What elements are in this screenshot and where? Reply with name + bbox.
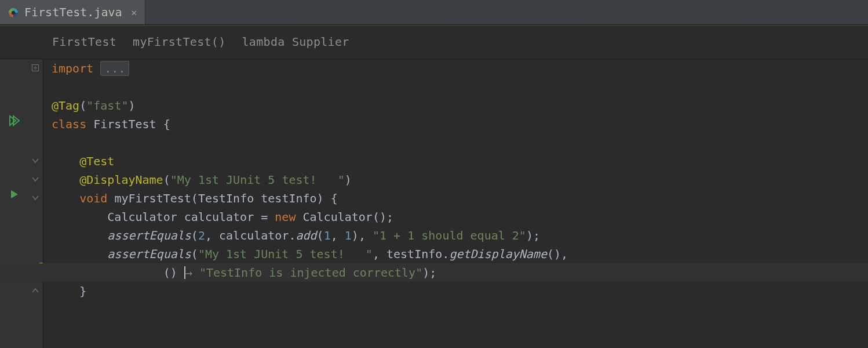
editor-tab[interactable]: FirstTest.java ✕	[0, 0, 145, 24]
code-line: class FirstTest {	[52, 115, 868, 133]
fold-collapse-up-icon[interactable]	[31, 287, 39, 295]
code-area[interactable]: import ... @Tag("fast") class FirstTest …	[43, 59, 868, 348]
fold-collapse-icon[interactable]	[31, 194, 39, 202]
code-line: }	[52, 282, 868, 300]
fold-expand-icon[interactable]	[31, 64, 39, 72]
code-line: assertEquals(2, calculator.add(1, 1), "1…	[52, 226, 868, 245]
code-line: @Tag("fast")	[52, 96, 868, 115]
code-editor[interactable]: import ... @Tag("fast") class FirstTest …	[0, 59, 868, 348]
run-class-icon[interactable]	[0, 115, 28, 126]
breadcrumb-method[interactable]: myFirstTest()	[133, 35, 225, 49]
import-fold[interactable]: ...	[100, 61, 129, 76]
code-line	[52, 133, 868, 152]
breadcrumb-lambda[interactable]: lambda Supplier	[242, 35, 349, 49]
gutter-fold-column	[28, 59, 43, 348]
code-line	[52, 300, 868, 319]
fold-collapse-icon[interactable]	[31, 175, 39, 183]
code-line	[52, 78, 868, 96]
breadcrumb: FirstTest myFirstTest() lambda Supplier	[0, 25, 868, 59]
code-line: void myFirstTest(TestInfo testInfo) {	[52, 189, 868, 208]
gutter-run-column	[0, 59, 28, 348]
code-line: Calculator calculator = new Calculator()…	[52, 208, 868, 226]
fold-collapse-icon[interactable]	[31, 157, 39, 165]
run-method-icon[interactable]	[0, 189, 28, 200]
code-line: @DisplayName("My 1st JUnit 5 test! ")	[52, 171, 868, 189]
code-line: @Test	[52, 152, 868, 171]
class-file-icon	[8, 7, 19, 17]
tab-bar: FirstTest.java ✕	[0, 0, 868, 25]
code-line: assertEquals("My 1st JUnit 5 test! ", te…	[52, 245, 868, 263]
breadcrumb-class[interactable]: FirstTest	[52, 35, 116, 49]
close-icon[interactable]: ✕	[132, 7, 137, 18]
svg-point-1	[12, 11, 15, 14]
tab-filename: FirstTest.java	[24, 5, 122, 19]
code-line: import ...	[52, 59, 868, 78]
